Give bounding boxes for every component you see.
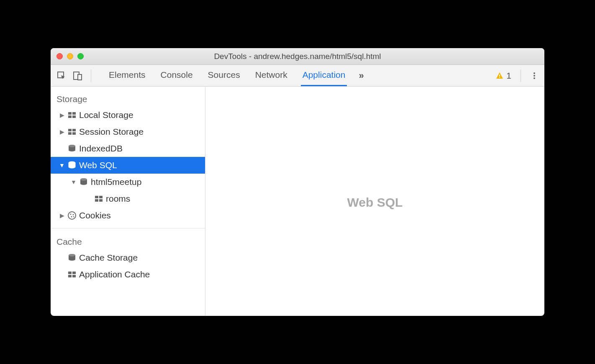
chevron-down-icon: ▼ [59,162,65,169]
svg-point-27 [73,214,74,215]
svg-point-31 [69,254,75,256]
kebab-menu-icon[interactable] [530,72,539,80]
database-icon [67,161,77,170]
svg-point-25 [68,212,76,219]
titlebar: DevTools - andrew.hedges.name/html5/sql.… [51,48,544,65]
table-icon [94,194,103,203]
item-label: Session Storage [79,127,144,137]
tab-sources[interactable]: Sources [206,65,242,86]
cookie-icon [67,211,77,220]
devtools-toolbar: Elements Console Sources Network Applica… [51,65,544,87]
database-icon [79,177,88,187]
table-icon [67,270,77,279]
svg-rect-24 [99,199,103,202]
application-sidebar: Storage ▶ Local Storage ▶ Session Storag… [51,87,205,316]
warning-icon [495,72,504,80]
sidebar-item-indexeddb[interactable]: IndexedDB [51,140,205,157]
svg-rect-4 [499,77,500,78]
svg-rect-11 [72,115,76,118]
svg-rect-13 [72,129,76,131]
devtools-window: DevTools - andrew.hedges.name/html5/sql.… [51,48,544,316]
svg-rect-2 [78,74,82,80]
svg-point-28 [71,216,72,218]
toolbar-right: 1 [495,69,539,82]
chevron-right-icon: ▶ [59,112,65,118]
content-area: Storage ▶ Local Storage ▶ Session Storag… [51,87,544,316]
warnings-badge[interactable]: 1 [495,71,511,81]
svg-point-7 [533,77,535,79]
main-placeholder: Web SQL [347,195,403,210]
svg-rect-33 [72,272,76,274]
close-window-button[interactable] [56,53,63,59]
sidebar-item-session-storage[interactable]: ▶ Session Storage [51,123,205,140]
item-label: rooms [106,194,130,204]
sidebar-item-web-sql[interactable]: ▼ Web SQL [51,157,205,174]
table-icon [67,110,77,120]
item-label: Local Storage [79,110,133,120]
svg-rect-35 [72,275,76,277]
sidebar-item-local-storage[interactable]: ▶ Local Storage [51,107,205,123]
tab-network[interactable]: Network [254,65,289,86]
item-label: html5meetup [91,177,141,187]
tab-application[interactable]: Application [301,65,347,86]
chevron-down-icon: ▼ [71,179,77,185]
sidebar-item-table-rooms[interactable]: rooms [51,190,205,207]
minimize-window-button[interactable] [67,53,73,59]
tab-elements[interactable]: Elements [107,65,147,86]
sidebar-item-cookies[interactable]: ▶ Cookies [51,207,205,224]
sidebar-item-db-html5meetup[interactable]: ▼ html5meetup [51,174,205,190]
warning-count: 1 [506,71,511,81]
svg-point-29 [73,216,74,217]
maximize-window-button[interactable] [77,53,84,59]
chevron-right-icon: ▶ [59,128,65,135]
section-cache-label: Cache [51,233,205,249]
svg-rect-12 [68,129,72,131]
main-panel: Web SQL [205,87,544,316]
sidebar-item-cache-storage[interactable]: Cache Storage [51,249,205,266]
window-controls [56,53,84,59]
svg-rect-32 [68,272,72,274]
more-tabs-icon[interactable]: » [359,70,364,81]
window-title: DevTools - andrew.hedges.name/html5/sql.… [51,52,544,61]
section-divider [51,228,205,228]
toolbar-separator [91,69,91,82]
svg-rect-9 [72,112,76,115]
svg-rect-21 [95,196,98,198]
svg-point-20 [80,178,87,181]
section-storage-label: Storage [51,90,205,107]
item-label: Application Cache [79,269,150,279]
svg-rect-15 [72,132,76,135]
svg-point-26 [70,214,72,215]
device-toggle-icon[interactable] [72,71,82,81]
inspect-element-icon[interactable] [56,71,67,81]
svg-point-6 [533,75,535,77]
chevron-right-icon: ▶ [59,212,65,219]
svg-rect-3 [499,74,500,77]
svg-rect-23 [95,199,98,202]
database-icon [67,144,77,153]
svg-rect-14 [68,132,72,135]
item-label: Cookies [79,210,111,220]
svg-rect-22 [99,196,103,198]
svg-rect-8 [68,112,72,115]
svg-rect-10 [68,115,72,118]
toolbar-separator [521,69,521,82]
svg-point-5 [533,72,535,74]
svg-point-17 [69,145,75,147]
panel-tabs: Elements Console Sources Network Applica… [100,65,364,86]
tab-console[interactable]: Console [159,65,195,86]
item-label: Cache Storage [79,253,138,263]
item-label: IndexedDB [79,144,123,154]
svg-rect-34 [68,275,72,277]
item-label: Web SQL [79,160,117,170]
database-icon [67,253,77,262]
sidebar-item-application-cache[interactable]: Application Cache [51,266,205,283]
table-icon [67,127,77,136]
